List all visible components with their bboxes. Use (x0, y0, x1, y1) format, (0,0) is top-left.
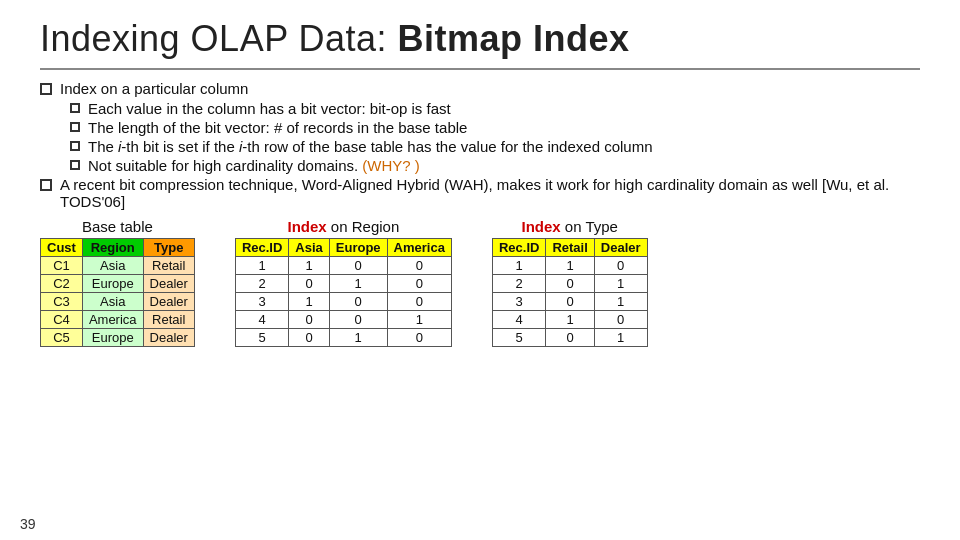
ith-recid: Rec.ID (492, 239, 545, 257)
table-row: 3 0 1 (492, 293, 647, 311)
cell: 0 (594, 311, 647, 329)
index-type-table: Rec.ID Retail Dealer 1 1 0 2 (492, 238, 648, 347)
title-normal: Indexing OLAP Data: (40, 18, 398, 59)
table-row: C1 Asia Retail (41, 257, 195, 275)
title-divider (40, 68, 920, 70)
cell: 1 (235, 257, 288, 275)
cell: C2 (41, 275, 83, 293)
table-row: 5 0 1 0 (235, 329, 451, 347)
bullet-sub-4-text: Not suitable for high cardinality domain… (88, 157, 920, 174)
base-header-region: Region (82, 239, 143, 257)
cell: 1 (289, 293, 329, 311)
cell: 3 (235, 293, 288, 311)
cell: 1 (594, 329, 647, 347)
bullet-main-2-text: A recent bit compression technique, Word… (60, 176, 920, 210)
irh-asia: Asia (289, 239, 329, 257)
cell: 0 (329, 257, 387, 275)
table-row: 1 1 0 (492, 257, 647, 275)
cell: 0 (546, 275, 594, 293)
cell: 4 (235, 311, 288, 329)
cell: Asia (82, 257, 143, 275)
cell: Retail (143, 311, 194, 329)
cell: 1 (387, 311, 451, 329)
table-row: 2 0 1 0 (235, 275, 451, 293)
cell: 1 (594, 293, 647, 311)
cell: 0 (329, 311, 387, 329)
table-row: 2 0 1 (492, 275, 647, 293)
cell: 2 (492, 275, 545, 293)
table-row: C5 Europe Dealer (41, 329, 195, 347)
bullet-sub-sq-3 (70, 141, 80, 151)
cell: America (82, 311, 143, 329)
index-type-title: Index on Type (522, 218, 618, 235)
cell: 0 (289, 311, 329, 329)
base-table: Cust Region Type C1 Asia Retail C2 (40, 238, 195, 347)
cell: 5 (235, 329, 288, 347)
cell: Retail (143, 257, 194, 275)
cell: 1 (492, 257, 545, 275)
cell: 1 (289, 257, 329, 275)
cell: Europe (82, 329, 143, 347)
table-row: C2 Europe Dealer (41, 275, 195, 293)
bullet-sub-3-text: The i-th bit is set if the i-th row of t… (88, 138, 920, 155)
base-table-body: C1 Asia Retail C2 Europe Dealer C3 Asia (41, 257, 195, 347)
tables-section: Base table Cust Region Type C1 Asia (40, 218, 920, 347)
cell: 0 (289, 275, 329, 293)
index-type-body: 1 1 0 2 0 1 3 0 1 (492, 257, 647, 347)
bullet-square-2 (40, 179, 52, 191)
cell: 0 (546, 293, 594, 311)
irh-recid: Rec.ID (235, 239, 288, 257)
base-table-block: Base table Cust Region Type C1 Asia (40, 218, 195, 347)
slide: Indexing OLAP Data: Bitmap Index Index o… (0, 0, 960, 540)
bullet-sub-2: The length of the bit vector: # of recor… (70, 119, 920, 136)
index-type-block: Index on Type Rec.ID Retail Dealer 1 1 (492, 218, 648, 347)
table-row: 5 0 1 (492, 329, 647, 347)
slide-number: 39 (20, 516, 36, 532)
cell: 0 (387, 293, 451, 311)
table-row: 1 1 0 0 (235, 257, 451, 275)
bullet-sub-4: Not suitable for high cardinality domain… (70, 157, 920, 174)
cell: 3 (492, 293, 545, 311)
bullet-main-1-text: Index on a particular column (60, 80, 920, 97)
cell: 0 (387, 329, 451, 347)
cell: 1 (329, 275, 387, 293)
cell: 0 (594, 257, 647, 275)
bullet-sub-sq-1 (70, 103, 80, 113)
index-region-title: Index on Region (288, 218, 400, 235)
irh-europe: Europe (329, 239, 387, 257)
bullet-main-1: Index on a particular column (40, 80, 920, 97)
bullet-sub-1-text: Each value in the column has a bit vecto… (88, 100, 920, 117)
irh-america: America (387, 239, 451, 257)
base-header-cust: Cust (41, 239, 83, 257)
table-row: C3 Asia Dealer (41, 293, 195, 311)
cell: 1 (594, 275, 647, 293)
table-row: 4 0 0 1 (235, 311, 451, 329)
index-region-header-row: Rec.ID Asia Europe America (235, 239, 451, 257)
base-header-type: Type (143, 239, 194, 257)
index-region-block: Index on Region Rec.ID Asia Europe Ameri… (235, 218, 452, 347)
index-type-header-row: Rec.ID Retail Dealer (492, 239, 647, 257)
bullet-sub-3: The i-th bit is set if the i-th row of t… (70, 138, 920, 155)
index-region-body: 1 1 0 0 2 0 1 0 3 1 (235, 257, 451, 347)
table-row: 4 1 0 (492, 311, 647, 329)
index-region-table: Rec.ID Asia Europe America 1 1 0 0 (235, 238, 452, 347)
cell: Asia (82, 293, 143, 311)
cell: 4 (492, 311, 545, 329)
cell: C4 (41, 311, 83, 329)
cell: C3 (41, 293, 83, 311)
cell: 0 (289, 329, 329, 347)
cell: 0 (546, 329, 594, 347)
cell: Dealer (143, 329, 194, 347)
cell: C5 (41, 329, 83, 347)
ith-retail: Retail (546, 239, 594, 257)
bullet-square-1 (40, 83, 52, 95)
cell: Dealer (143, 275, 194, 293)
cell: C1 (41, 257, 83, 275)
cell: 1 (546, 311, 594, 329)
bullet-sub-2-text: The length of the bit vector: # of recor… (88, 119, 920, 136)
cell: 5 (492, 329, 545, 347)
cell: 0 (329, 293, 387, 311)
table-row: C4 America Retail (41, 311, 195, 329)
base-table-title: Base table (82, 218, 153, 235)
content-area: Index on a particular column Each value … (40, 80, 920, 347)
